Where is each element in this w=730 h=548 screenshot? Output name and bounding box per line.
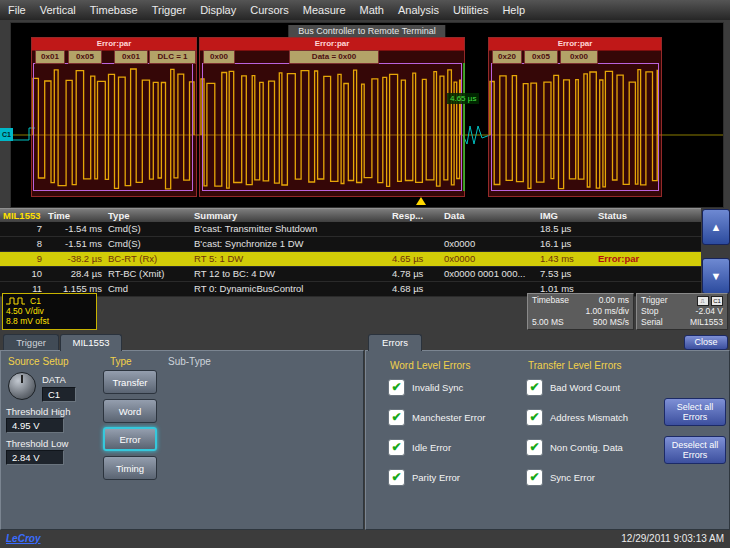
checkbox-label: Idle Error xyxy=(412,442,451,453)
checkbox-label: Address Mismatch xyxy=(550,412,628,423)
checkbox-label: Bad Word Count xyxy=(550,382,620,393)
menu-file[interactable]: File xyxy=(8,4,26,16)
checkbox-invalid-sync[interactable]: ✔ Invalid Sync xyxy=(388,378,463,396)
trigger-descriptor[interactable]: Trigger ⎍ C1 Stop -2.04 V Serial MIL1553 xyxy=(636,293,728,330)
cell-summary: RT 12 to BC: 4 DW xyxy=(191,267,389,281)
cell-summary: RT 0: DynamicBusControl xyxy=(191,282,389,296)
cell-time: -1.54 ms xyxy=(45,222,105,236)
checkbox-bad-word-count[interactable]: ✔ Bad Word Count xyxy=(526,378,620,396)
cell-resp: 4.65 µs xyxy=(389,252,441,266)
deselect-all-errors-button[interactable]: Deselect all Errors xyxy=(664,436,726,464)
menu-bar: File Vertical Timebase Trigger Display C… xyxy=(0,0,730,20)
trigger-serial-label: Serial xyxy=(641,317,663,328)
cell-type: Cmd(S) xyxy=(105,237,191,251)
menu-display[interactable]: Display xyxy=(200,4,236,16)
transfer-level-errors-title: Transfer Level Errors xyxy=(528,360,622,371)
decode-field: 0x01 xyxy=(114,50,148,64)
tab-mil1553[interactable]: MIL1553 xyxy=(60,334,122,351)
menu-vertical[interactable]: Vertical xyxy=(40,4,76,16)
trigger-serial-value: MIL1553 xyxy=(690,317,723,328)
cell-data xyxy=(441,282,537,296)
source-select-knob[interactable] xyxy=(8,372,36,400)
menu-measure[interactable]: Measure xyxy=(303,4,346,16)
cell-type: RT-BC (Xmit) xyxy=(105,267,191,281)
menu-analysis[interactable]: Analysis xyxy=(398,4,439,16)
checkbox-icon: ✔ xyxy=(526,379,543,396)
source-setup-title: Source Setup xyxy=(8,356,69,367)
table-scroll-up-button[interactable]: ▲ xyxy=(702,209,730,245)
trigger-mode: Stop xyxy=(641,306,659,317)
timebase-descriptor[interactable]: Timebase 0.00 ms 1.00 ms/div 5.00 MS 500… xyxy=(527,293,634,330)
select-all-errors-button[interactable]: Select all Errors xyxy=(664,398,726,426)
type-error-button[interactable]: Error xyxy=(103,427,157,451)
type-transfer-button[interactable]: Transfer xyxy=(103,370,157,394)
checkbox-icon: ✔ xyxy=(388,439,405,456)
cell-resp: 4.78 µs xyxy=(389,267,441,281)
table-row[interactable]: 7 -1.54 ms Cmd(S) B'cast: Transmitter Sh… xyxy=(0,222,701,237)
cell-img: 18.5 µs xyxy=(537,222,595,236)
decode-field: Data = 0x00 xyxy=(289,50,379,64)
oscilloscope-screen: File Vertical Timebase Trigger Display C… xyxy=(0,0,730,548)
type-word-button[interactable]: Word xyxy=(103,399,157,423)
menu-cursors[interactable]: Cursors xyxy=(250,4,289,16)
cell-img: 16.1 µs xyxy=(537,237,595,251)
table-row-selected[interactable]: 9 -38.2 µs BC-RT (Rx) RT 5: 1 DW 4.65 µs… xyxy=(0,252,701,267)
cell-summary: B'cast: Transmitter Shutdown xyxy=(191,222,389,236)
cell-summary: B'cast: Synchronize 1 DW xyxy=(191,237,389,251)
channel-vdiv: 4.50 V/div xyxy=(6,306,93,316)
menu-help[interactable]: Help xyxy=(502,4,525,16)
trigger-level: -2.04 V xyxy=(696,306,723,317)
threshold-high-field[interactable]: 4.95 V xyxy=(6,418,64,433)
checkbox-non-contig-data[interactable]: ✔ Non Contig. Data xyxy=(526,438,623,456)
checkbox-parity-error[interactable]: ✔ Parity Error xyxy=(388,468,460,486)
cell-type: Cmd xyxy=(105,282,191,296)
col-summary: Summary xyxy=(191,209,389,223)
checkbox-icon: ✔ xyxy=(526,439,543,456)
checkbox-address-mismatch[interactable]: ✔ Address Mismatch xyxy=(526,408,628,426)
cell-time: 28.4 µs xyxy=(45,267,105,281)
channel-descriptor-c1[interactable]: C1 4.50 V/div 8.8 mV ofst xyxy=(2,293,97,330)
close-button[interactable]: Close xyxy=(684,335,728,350)
type-timing-button[interactable]: Timing xyxy=(103,456,157,480)
timebase-title: Timebase xyxy=(532,295,569,306)
datetime-display: 12/29/2011 9:03:13 AM xyxy=(621,533,724,544)
checkbox-label: Invalid Sync xyxy=(412,382,463,393)
threshold-low-label: Threshold Low xyxy=(6,438,68,449)
cell-index: 10 xyxy=(0,267,45,281)
bus-transfer-title: Bus Controller to Remote Terminal xyxy=(288,25,445,37)
col-data: Data xyxy=(441,209,537,223)
tab-errors[interactable]: Errors xyxy=(368,334,422,351)
source-channel-field[interactable]: C1 xyxy=(42,387,76,402)
decode-field: 0x00 xyxy=(203,50,235,64)
table-row[interactable]: 10 28.4 µs RT-BC (Xmit) RT 12 to BC: 4 D… xyxy=(0,267,701,282)
word-frame-box xyxy=(202,63,462,191)
decode-field: 0x05 xyxy=(524,50,558,64)
tab-trigger[interactable]: Trigger xyxy=(3,334,59,351)
table-row[interactable]: 8 -1.51 ms Cmd(S) B'cast: Synchronize 1 … xyxy=(0,237,701,252)
menu-trigger[interactable]: Trigger xyxy=(152,4,186,16)
checkbox-icon: ✔ xyxy=(526,409,543,426)
checkbox-icon: ✔ xyxy=(388,379,405,396)
cell-type: BC-RT (Rx) xyxy=(105,252,191,266)
checkbox-idle-error[interactable]: ✔ Idle Error xyxy=(388,438,451,456)
cell-status xyxy=(595,267,701,281)
checkbox-sync-error[interactable]: ✔ Sync Error xyxy=(526,468,595,486)
cell-time: -38.2 µs xyxy=(45,252,105,266)
table-scroll-down-button[interactable]: ▼ xyxy=(702,258,730,294)
checkbox-manchester-error[interactable]: ✔ Manchester Error xyxy=(388,408,485,426)
cell-img: 1.43 ms xyxy=(537,252,595,266)
menu-math[interactable]: Math xyxy=(360,4,384,16)
col-type: Type xyxy=(105,209,191,223)
cell-type: Cmd(S) xyxy=(105,222,191,236)
menu-timebase[interactable]: Timebase xyxy=(90,4,138,16)
word-frame-box xyxy=(491,63,659,191)
subtype-section-title: Sub-Type xyxy=(168,356,211,367)
threshold-low-field[interactable]: 2.84 V xyxy=(6,450,64,465)
lecroy-logo[interactable]: LeCroy xyxy=(6,533,40,544)
response-time-annotation: 4.65 µs xyxy=(447,93,479,104)
waveform-area: Bus Controller to Remote Terminal Error:… xyxy=(10,22,724,208)
menu-utilities[interactable]: Utilities xyxy=(453,4,488,16)
cell-resp: 4.68 µs xyxy=(389,282,441,296)
channel-label: C1 xyxy=(30,296,41,306)
cell-status xyxy=(595,237,701,251)
